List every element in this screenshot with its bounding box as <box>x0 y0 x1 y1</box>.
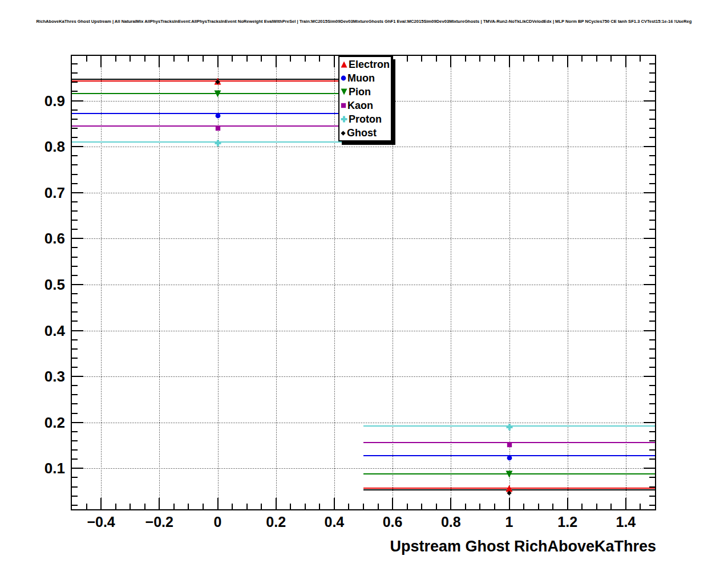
y-axis-tick-right <box>649 431 655 432</box>
x-axis-tick <box>173 504 175 509</box>
y-axis-tick <box>72 311 78 313</box>
y-axis-tick <box>72 210 78 212</box>
gridline-x <box>451 56 451 509</box>
y-axis-tick-right <box>649 109 655 111</box>
x-axis-tick-top <box>188 56 189 62</box>
y-axis-tick-right <box>649 440 655 441</box>
y-axis-tick-right <box>644 146 655 147</box>
muon-legend-marker-icon <box>341 75 346 81</box>
y-axis-tick <box>72 339 78 340</box>
kaon-legend-marker-glyph <box>341 103 346 108</box>
y-axis-tick <box>72 293 78 294</box>
x-axis-tick <box>596 504 597 509</box>
y-axis-tick-right <box>644 468 655 469</box>
x-axis-title: Upstream Ghost RichAboveKaThres <box>390 538 656 555</box>
gridline-x <box>101 56 102 509</box>
y-axis-tick <box>72 119 78 120</box>
x-axis-tick-top <box>479 56 480 62</box>
y-axis-tick-right <box>644 238 655 239</box>
x-axis-tick-top <box>86 56 87 62</box>
y-axis-tick <box>72 91 78 92</box>
x-axis-tick-top <box>173 56 175 62</box>
y-axis-tick-right <box>649 385 655 386</box>
y-tick-label: 0.5 <box>16 276 65 293</box>
x-axis-tick-top <box>246 56 248 62</box>
x-axis-tick-top <box>276 56 277 67</box>
y-axis-tick <box>72 247 78 248</box>
proton-legend-marker-glyph <box>341 116 347 123</box>
legend-label: Proton <box>349 114 382 124</box>
legend-item-proton: Proton <box>339 112 391 126</box>
y-axis-tick-right <box>649 505 655 506</box>
x-axis-tick <box>392 498 393 509</box>
x-axis-tick-top <box>625 56 626 67</box>
x-axis-tick-top <box>319 56 320 62</box>
proton-legend-marker-icon <box>341 116 347 123</box>
y-axis-tick-right <box>649 293 655 294</box>
y-axis-tick <box>72 496 78 497</box>
y-axis-tick <box>72 459 78 460</box>
x-axis-tick <box>159 498 160 509</box>
y-axis-tick-right <box>649 449 655 451</box>
x-axis-tick <box>552 504 553 509</box>
y-axis-tick <box>72 229 78 230</box>
pion-marker-icon <box>214 90 221 98</box>
x-axis-tick-top <box>450 56 451 67</box>
kaon-marker-icon <box>507 442 512 448</box>
x-axis-tick-top <box>115 56 116 62</box>
y-axis-tick-right <box>649 91 655 92</box>
proton-marker <box>215 139 221 145</box>
y-axis-tick <box>72 146 83 147</box>
gridline-y <box>72 238 655 239</box>
x-axis-tick-top <box>509 56 510 67</box>
x-axis-tick-top <box>232 56 233 62</box>
kaon-marker <box>507 440 512 445</box>
x-axis-tick-top <box>640 56 641 62</box>
x-axis-tick <box>407 504 408 509</box>
x-axis-tick-top <box>596 56 597 62</box>
x-axis-tick <box>261 504 262 509</box>
y-axis-tick-right <box>649 275 655 276</box>
x-axis-tick-top <box>130 56 131 62</box>
y-tick-label: 0.8 <box>16 138 65 155</box>
legend-label: Electron <box>349 59 390 70</box>
ghost-marker <box>215 76 220 82</box>
y-axis-tick-right <box>649 496 655 497</box>
y-axis-tick <box>72 403 78 404</box>
muon-marker-icon <box>507 455 512 461</box>
proton-marker-icon <box>506 424 513 431</box>
y-axis-tick <box>72 238 83 239</box>
y-axis-tick-right <box>649 155 655 156</box>
gridline-x <box>626 56 626 509</box>
y-axis-tick-right <box>649 394 655 395</box>
y-tick-label: 0.1 <box>16 460 65 477</box>
y-axis-tick-right <box>649 183 655 184</box>
electron-legend-marker-glyph <box>341 61 347 68</box>
y-tick-label: 0.4 <box>16 322 65 339</box>
x-axis-tick <box>523 504 524 509</box>
y-axis-tick <box>72 376 83 377</box>
y-axis-tick <box>72 413 78 414</box>
legend: ElectronMuonPionKaonProtonGhost <box>338 56 392 141</box>
y-axis-tick-right <box>649 339 655 340</box>
y-axis-tick <box>72 100 83 102</box>
x-axis-tick <box>232 504 233 509</box>
y-axis-tick-right <box>644 284 655 285</box>
y-axis-tick-right <box>649 348 655 350</box>
x-axis-tick <box>625 498 626 509</box>
y-axis-tick-right <box>649 220 655 221</box>
y-axis-tick-right <box>649 266 655 267</box>
pion-marker <box>505 470 513 477</box>
muon-marker-icon <box>215 113 221 119</box>
gridline-x <box>568 56 568 509</box>
y-axis-tick-right <box>649 459 655 460</box>
pion-legend-marker-glyph <box>341 88 347 95</box>
electron-legend-marker-icon <box>341 61 347 68</box>
x-axis-tick <box>363 504 364 509</box>
x-axis-tick <box>100 498 102 509</box>
pion-legend-marker-icon <box>341 88 347 95</box>
y-tick-label: 0.3 <box>16 368 65 385</box>
y-axis-tick-right <box>644 100 655 102</box>
x-axis-tick-top <box>144 56 145 62</box>
y-axis-tick <box>72 257 78 258</box>
